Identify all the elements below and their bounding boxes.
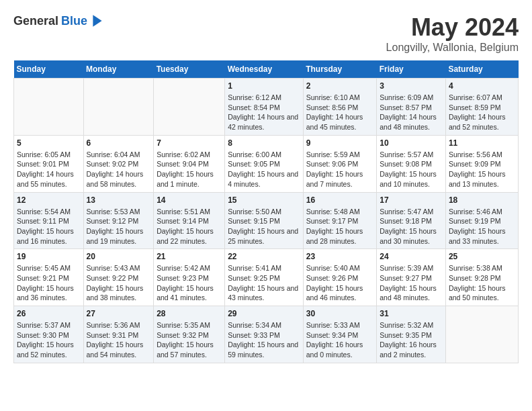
day-number: 23	[306, 252, 374, 261]
day-number: 24	[380, 252, 443, 261]
cell-w4-d3: 22Sunrise: 5:41 AMSunset: 9:25 PMDayligh…	[225, 249, 304, 306]
cell-w1-d1	[83, 79, 154, 136]
day-info: Sunrise: 5:42 AMSunset: 9:23 PMDaylight:…	[157, 263, 222, 303]
day-info: Sunrise: 6:00 AMSunset: 9:05 PMDaylight:…	[228, 150, 300, 189]
day-number: 8	[228, 138, 300, 148]
header-thursday: Thursday	[303, 60, 377, 79]
day-info: Sunrise: 5:54 AMSunset: 9:11 PMDaylight:…	[17, 207, 81, 246]
day-info: Sunrise: 5:32 AMSunset: 9:35 PMDaylight:…	[380, 320, 443, 360]
cell-w2-d2: 7Sunrise: 6:02 AMSunset: 9:04 PMDaylight…	[154, 135, 225, 192]
day-number: 26	[17, 309, 81, 318]
day-info: Sunrise: 5:36 AMSunset: 9:31 PMDaylight:…	[87, 320, 151, 360]
day-number: 16	[306, 195, 374, 205]
svg-marker-0	[93, 15, 101, 27]
day-number: 14	[157, 195, 222, 205]
cell-w4-d2: 21Sunrise: 5:42 AMSunset: 9:23 PMDayligh…	[154, 249, 225, 306]
day-info: Sunrise: 5:40 AMSunset: 9:26 PMDaylight:…	[306, 263, 374, 303]
day-info: Sunrise: 6:02 AMSunset: 9:04 PMDaylight:…	[157, 150, 222, 189]
cell-w2-d1: 6Sunrise: 6:04 AMSunset: 9:02 PMDaylight…	[83, 135, 154, 192]
cell-w2-d3: 8Sunrise: 6:00 AMSunset: 9:05 PMDaylight…	[225, 135, 304, 192]
day-number: 18	[449, 195, 515, 205]
cell-w5-d6	[445, 306, 518, 363]
cell-w4-d1: 20Sunrise: 5:43 AMSunset: 9:22 PMDayligh…	[83, 249, 154, 306]
day-number: 31	[380, 309, 443, 318]
day-info: Sunrise: 5:35 AMSunset: 9:32 PMDaylight:…	[157, 320, 222, 360]
day-info: Sunrise: 6:12 AMSunset: 8:54 PMDaylight:…	[228, 93, 300, 132]
cell-w4-d4: 23Sunrise: 5:40 AMSunset: 9:26 PMDayligh…	[303, 249, 377, 306]
day-number: 1	[228, 81, 300, 91]
logo-blue: Blue	[61, 14, 87, 28]
cell-w3-d1: 13Sunrise: 5:53 AMSunset: 9:12 PMDayligh…	[83, 192, 154, 249]
day-number: 22	[228, 252, 300, 261]
logo-general: General	[13, 14, 58, 28]
day-number: 30	[306, 309, 374, 318]
header-sunday: Sunday	[14, 60, 84, 79]
header-friday: Friday	[377, 60, 446, 79]
day-number: 28	[157, 309, 222, 318]
day-info: Sunrise: 5:48 AMSunset: 9:17 PMDaylight:…	[306, 207, 374, 246]
cell-w3-d0: 12Sunrise: 5:54 AMSunset: 9:11 PMDayligh…	[14, 192, 84, 249]
day-info: Sunrise: 5:39 AMSunset: 9:27 PMDaylight:…	[380, 263, 443, 303]
day-number: 10	[380, 138, 443, 148]
day-number: 11	[449, 138, 515, 148]
day-info: Sunrise: 5:37 AMSunset: 9:30 PMDaylight:…	[17, 320, 81, 360]
header-wednesday: Wednesday	[225, 60, 304, 79]
cell-w1-d6: 4Sunrise: 6:07 AMSunset: 8:59 PMDaylight…	[445, 79, 518, 136]
day-info: Sunrise: 5:47 AMSunset: 9:18 PMDaylight:…	[380, 207, 443, 246]
cell-w4-d6: 25Sunrise: 5:38 AMSunset: 9:28 PMDayligh…	[445, 249, 518, 306]
day-info: Sunrise: 5:53 AMSunset: 9:12 PMDaylight:…	[87, 207, 151, 246]
cell-w1-d3: 1Sunrise: 6:12 AMSunset: 8:54 PMDaylight…	[225, 79, 304, 136]
day-number: 15	[228, 195, 300, 205]
week-row-5: 26Sunrise: 5:37 AMSunset: 9:30 PMDayligh…	[14, 306, 519, 363]
day-number: 27	[87, 309, 151, 318]
day-number: 19	[17, 252, 81, 261]
day-number: 12	[17, 195, 81, 205]
day-info: Sunrise: 6:04 AMSunset: 9:02 PMDaylight:…	[87, 150, 151, 189]
day-info: Sunrise: 6:07 AMSunset: 8:59 PMDaylight:…	[449, 93, 515, 132]
logo: GeneralBlue	[13, 13, 105, 28]
day-info: Sunrise: 6:09 AMSunset: 8:57 PMDaylight:…	[380, 93, 443, 132]
day-number: 4	[449, 81, 515, 91]
title-area: May 2024 Longvilly, Wallonia, Belgium	[386, 13, 519, 54]
calendar-header-row: SundayMondayTuesdayWednesdayThursdayFrid…	[14, 60, 519, 79]
week-row-2: 5Sunrise: 6:05 AMSunset: 9:01 PMDaylight…	[14, 135, 519, 192]
header: GeneralBlue May 2024 Longvilly, Wallonia…	[13, 13, 519, 54]
header-saturday: Saturday	[445, 60, 518, 79]
cell-w2-d0: 5Sunrise: 6:05 AMSunset: 9:01 PMDaylight…	[14, 135, 84, 192]
cell-w1-d2	[154, 79, 225, 136]
day-info: Sunrise: 6:05 AMSunset: 9:01 PMDaylight:…	[17, 150, 81, 189]
day-info: Sunrise: 5:46 AMSunset: 9:19 PMDaylight:…	[449, 207, 515, 246]
day-number: 9	[306, 138, 374, 148]
subtitle: Longvilly, Wallonia, Belgium	[386, 42, 519, 54]
cell-w2-d4: 9Sunrise: 5:59 AMSunset: 9:06 PMDaylight…	[303, 135, 377, 192]
day-number: 3	[380, 81, 443, 91]
header-tuesday: Tuesday	[154, 60, 225, 79]
day-number: 6	[87, 138, 151, 148]
day-info: Sunrise: 5:51 AMSunset: 9:14 PMDaylight:…	[157, 207, 222, 246]
cell-w3-d2: 14Sunrise: 5:51 AMSunset: 9:14 PMDayligh…	[154, 192, 225, 249]
cell-w3-d6: 18Sunrise: 5:46 AMSunset: 9:19 PMDayligh…	[445, 192, 518, 249]
cell-w5-d5: 31Sunrise: 5:32 AMSunset: 9:35 PMDayligh…	[377, 306, 446, 363]
header-monday: Monday	[83, 60, 154, 79]
cell-w5-d0: 26Sunrise: 5:37 AMSunset: 9:30 PMDayligh…	[14, 306, 84, 363]
day-info: Sunrise: 5:33 AMSunset: 9:34 PMDaylight:…	[306, 320, 374, 360]
day-number: 25	[449, 252, 515, 261]
main-title: May 2024	[386, 13, 519, 42]
cell-w5-d3: 29Sunrise: 5:34 AMSunset: 9:33 PMDayligh…	[225, 306, 304, 363]
day-info: Sunrise: 5:45 AMSunset: 9:21 PMDaylight:…	[17, 263, 81, 303]
cell-w2-d6: 11Sunrise: 5:56 AMSunset: 9:09 PMDayligh…	[445, 135, 518, 192]
day-number: 2	[306, 81, 374, 91]
day-info: Sunrise: 5:56 AMSunset: 9:09 PMDaylight:…	[449, 150, 515, 189]
day-info: Sunrise: 5:41 AMSunset: 9:25 PMDaylight:…	[228, 263, 300, 303]
cell-w4-d5: 24Sunrise: 5:39 AMSunset: 9:27 PMDayligh…	[377, 249, 446, 306]
day-info: Sunrise: 5:38 AMSunset: 9:28 PMDaylight:…	[449, 263, 515, 303]
calendar-table: SundayMondayTuesdayWednesdayThursdayFrid…	[13, 60, 519, 363]
cell-w4-d0: 19Sunrise: 5:45 AMSunset: 9:21 PMDayligh…	[14, 249, 84, 306]
day-info: Sunrise: 5:50 AMSunset: 9:15 PMDaylight:…	[228, 207, 300, 246]
week-row-3: 12Sunrise: 5:54 AMSunset: 9:11 PMDayligh…	[14, 192, 519, 249]
cell-w1-d0	[14, 79, 84, 136]
day-info: Sunrise: 5:57 AMSunset: 9:08 PMDaylight:…	[380, 150, 443, 189]
cell-w5-d1: 27Sunrise: 5:36 AMSunset: 9:31 PMDayligh…	[83, 306, 154, 363]
day-number: 21	[157, 252, 222, 261]
day-number: 5	[17, 138, 81, 148]
